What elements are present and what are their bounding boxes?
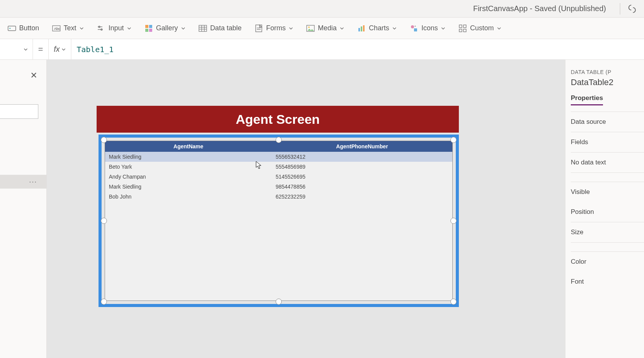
close-icon[interactable]: ✕ [30,71,37,80]
svg-rect-9 [149,25,152,28]
chevron-down-icon [340,26,344,31]
properties-panel: DATA TABLE (P DataTable2 Properties Data… [565,60,644,358]
resize-handle[interactable] [276,299,282,305]
chevron-down-icon [392,26,397,31]
chevron-down-icon [127,26,131,31]
ribbon-button-label: Button [19,24,39,32]
svg-rect-28 [459,25,462,28]
ribbon-datatable-label: Data table [210,24,242,32]
prop-fields[interactable]: Fields [571,132,644,152]
control-name[interactable]: DataTable2 [571,77,644,87]
fx-button[interactable]: fx [48,39,71,59]
cell-name: Mark Siedling [105,182,272,192]
chevron-down-icon [79,26,84,31]
tree-selected-item[interactable]: ··· [0,175,46,189]
resize-handle[interactable] [101,218,107,224]
svg-text:Abc: Abc [54,27,60,31]
svg-point-25 [411,25,414,28]
tree-view-panel: ✕ ··· [0,60,47,358]
cell-phone: 5556532412 [272,152,452,162]
svg-rect-8 [145,25,148,28]
svg-point-21 [308,26,310,28]
prop-visible[interactable]: Visible [571,182,644,202]
ribbon-custom[interactable]: Custom [454,22,506,35]
ribbon-media[interactable]: Media [302,22,349,35]
main-area: ✕ ··· Agent Screen AgentName AgentPhoneN… [0,60,644,358]
svg-rect-10 [145,29,148,32]
ribbon-gallery[interactable]: Gallery [140,22,190,35]
datatable-body: AgentName AgentPhoneNumber Mark Siedling… [105,141,453,301]
svg-rect-12 [199,25,207,31]
tab-properties[interactable]: Properties [571,94,603,105]
data-table: AgentName AgentPhoneNumber Mark Siedling… [105,141,452,202]
svg-rect-26 [414,28,417,31]
prop-color[interactable]: Color [571,251,644,272]
svg-rect-0 [8,26,16,31]
resize-handle[interactable] [101,137,107,143]
button-icon [8,24,16,33]
prop-position[interactable]: Position [571,202,644,222]
ribbon-charts-label: Charts [369,24,389,32]
prop-size[interactable]: Size [571,222,644,242]
ribbon-custom-label: Custom [470,24,494,32]
col-agentname[interactable]: AgentName [105,141,272,152]
datatable-control-selected[interactable]: AgentName AgentPhoneNumber Mark Siedling… [99,135,459,307]
prop-font[interactable]: Font [571,272,644,292]
input-icon [97,24,105,33]
ribbon-text[interactable]: Abc Text [48,22,89,35]
svg-rect-22 [358,28,360,31]
chevron-down-icon [23,47,28,52]
svg-rect-11 [149,29,152,32]
ribbon-button[interactable]: Button [3,22,44,35]
ribbon-icons[interactable]: + Icons [405,22,450,35]
resize-handle[interactable] [276,137,282,143]
tree-search-input[interactable] [0,104,38,119]
resize-handle[interactable] [450,299,457,305]
gallery-icon [145,24,153,33]
insert-ribbon: Button Abc Text Input Gallery Data table… [0,18,644,39]
table-row[interactable]: Beto Yark5554856989 [105,162,452,172]
table-row[interactable]: Andy Champan5145526695 [105,172,452,182]
chevron-down-icon [181,26,186,31]
prop-datasource[interactable]: Data source [571,112,644,132]
ribbon-forms[interactable]: Forms [250,22,298,35]
icons-icon: + [410,24,418,33]
prop-divider [571,242,644,251]
resize-handle[interactable] [450,218,457,224]
datatable-icon [199,24,207,33]
canvas-area[interactable]: Agent Screen AgentName AgentPhoneNumber … [47,60,565,358]
chevron-down-icon [289,26,293,31]
formula-bar: = fx Table1_1 [0,39,644,60]
table-row[interactable]: Mark Siedling5556532412 [105,152,452,162]
property-selector[interactable] [0,39,33,59]
svg-rect-31 [463,29,466,32]
forms-icon [255,24,263,33]
chevron-down-icon [61,47,66,52]
svg-rect-24 [363,25,365,31]
resize-handle[interactable] [450,137,457,143]
chevron-down-icon [497,26,501,31]
cell-name: Bob John [105,192,272,202]
panel-tabs: Properties [571,94,644,105]
table-row[interactable]: Mark Siedling9854478856 [105,182,452,192]
app-screen: Agent Screen [97,106,459,133]
fx-label: fx [54,45,60,54]
table-row[interactable]: Bob John6252232259 [105,192,452,202]
resize-handle[interactable] [101,299,107,305]
cell-phone: 5554856989 [272,162,452,172]
ribbon-charts[interactable]: Charts [353,22,401,35]
app-checker-icon[interactable] [627,4,637,14]
ribbon-input-label: Input [108,24,124,32]
prop-nodata[interactable]: No data text [571,152,644,172]
cell-phone: 9854478856 [272,182,452,192]
ribbon-icons-label: Icons [421,24,438,32]
svg-rect-23 [361,26,362,31]
cell-phone: 5145526695 [272,172,452,182]
col-agentphone[interactable]: AgentPhoneNumber [272,141,452,152]
equals-sign: = [33,44,48,54]
ribbon-datatable[interactable]: Data table [194,22,246,35]
title-bar: FirstCanvasApp - Saved (Unpublished) [0,0,644,18]
more-icon[interactable]: ··· [29,178,37,186]
ribbon-input[interactable]: Input [92,22,136,35]
formula-input[interactable]: Table1_1 [71,45,644,54]
